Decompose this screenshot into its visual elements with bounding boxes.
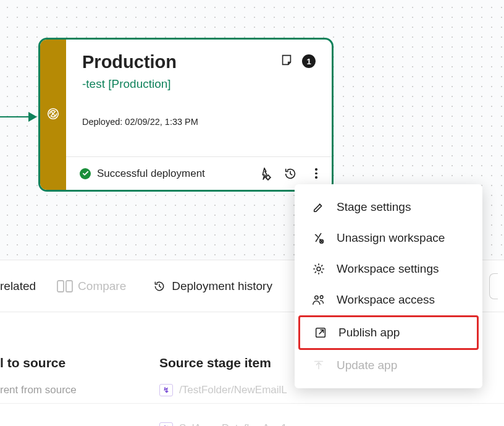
deployment-history-button[interactable]: Deployment history [153, 279, 272, 293]
menu-item-stage-settings[interactable]: Stage settings [298, 192, 479, 223]
deployment-status-text: Successful deployment [97, 168, 205, 180]
deployment-history-label: Deployment history [172, 279, 272, 293]
unassign-icon [312, 231, 326, 245]
stage-context-menu: Stage settingsUnassign workspaceWorkspac… [295, 184, 482, 388]
source-cell: ↯ SqlAzureDataflowApp1 [159, 422, 287, 426]
compare-label: Compare [78, 279, 126, 293]
menu-item-workspace-settings[interactable]: Workspace settings [298, 253, 479, 284]
svg-point-1 [266, 176, 270, 179]
compare-button: Compare [57, 279, 126, 293]
upload-icon [312, 359, 326, 372]
menu-item-label: Stage settings [337, 200, 411, 214]
compared-cell: e as source [0, 422, 159, 426]
stage-card-production[interactable]: Production 1 -test [Production] Deployed… [38, 38, 334, 192]
gear-icon [312, 262, 326, 276]
success-check-icon [80, 168, 91, 179]
svg-rect-2 [57, 281, 64, 292]
source-cell: ↯ /TestFolder/NewEmailL [159, 384, 287, 396]
dataflow-icon: ↯ [159, 384, 173, 396]
history-icon[interactable] [284, 167, 297, 181]
source-item-name: /TestFolder/NewEmailL [179, 384, 287, 396]
column-header-source: Source stage item [159, 356, 271, 370]
menu-item-unassign-workspace[interactable]: Unassign workspace [298, 223, 479, 253]
stage-title: Production [82, 52, 177, 72]
source-item-name: SqlAzureDataflowApp1 [179, 422, 287, 426]
toolbar-right-control-fragment[interactable] [489, 273, 498, 299]
sync-issue-icon [46, 107, 60, 123]
incoming-connector-arrowhead [28, 112, 37, 122]
menu-item-label: Workspace access [337, 293, 435, 307]
menu-item-workspace-access[interactable]: Workspace access [298, 284, 479, 315]
comparison-row[interactable]: e as source ↯ SqlAzureDataflowApp1 [0, 415, 504, 426]
menu-item-label: Update app [337, 359, 397, 372]
note-icon[interactable] [280, 53, 293, 69]
show-related-fragment[interactable]: related [0, 279, 36, 293]
menu-item-update-app: Update app [298, 350, 479, 381]
menu-item-label: Publish app [338, 326, 400, 339]
menu-item-label: Unassign workspace [337, 231, 445, 245]
menu-item-publish-app[interactable]: Publish app [298, 315, 479, 350]
people-icon [312, 293, 326, 307]
column-header-compared: l to source [0, 356, 65, 370]
stage-workspace-name[interactable]: -test [Production] [82, 77, 316, 91]
compared-cell: rent from source [0, 384, 159, 396]
menu-item-label: Workspace settings [337, 262, 439, 276]
stage-deployed-timestamp: Deployed: 02/09/22, 1:33 PM [82, 117, 316, 127]
deployment-rules-icon[interactable] [258, 167, 271, 181]
svg-rect-3 [66, 281, 72, 292]
external-link-icon [314, 326, 327, 339]
stage-footer: Successful deployment [66, 156, 332, 190]
item-count-badge: 1 [302, 54, 316, 68]
stage-status-strip [40, 40, 66, 190]
more-actions-button[interactable] [309, 167, 323, 181]
dataflow-icon: ↯ [159, 422, 173, 426]
stage-body: Production 1 -test [Production] Deployed… [66, 40, 332, 190]
pencil-icon [312, 200, 326, 214]
